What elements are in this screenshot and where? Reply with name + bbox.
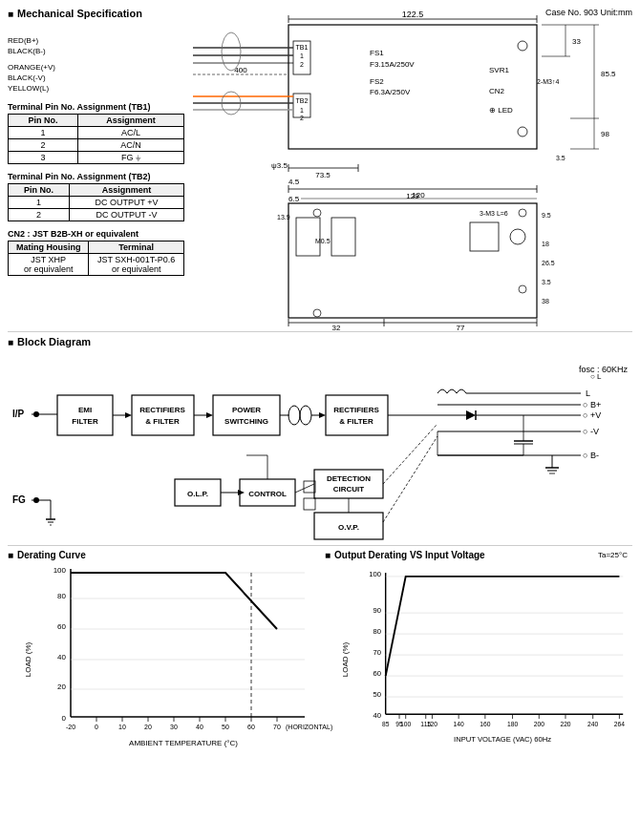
svg-line-154 [383, 424, 437, 484]
svg-text:77: 77 [457, 324, 465, 332]
svg-text:264: 264 [614, 721, 625, 727]
block-diagram-svg: I/P FG EMI FILTER [8, 365, 629, 546]
svg-text:F3.15A/250V: F3.15A/250V [370, 60, 415, 69]
svg-rect-152 [304, 498, 315, 510]
svg-text:200: 200 [534, 721, 544, 727]
mech-left-panel: RED(B+) BLACK(B-) ORANGE(+V) BLACK(-V) Y… [8, 27, 184, 276]
svg-text:DETECTION: DETECTION [327, 474, 371, 483]
svg-text:6.5: 6.5 [288, 195, 300, 203]
svg-text:O.V.P.: O.V.P. [338, 523, 359, 532]
svg-text:M0.5: M0.5 [315, 238, 331, 244]
svg-text:40: 40 [196, 724, 203, 730]
svg-text:1: 1 [300, 52, 304, 59]
svg-text:○ +V: ○ +V [583, 410, 601, 420]
svg-rect-97 [132, 395, 194, 435]
svg-text:1: 1 [300, 107, 304, 114]
svg-text:CIRCUIT: CIRCUIT [333, 485, 365, 494]
svg-text:240: 240 [587, 721, 598, 727]
derating-curve-title: Derating Curve [8, 550, 315, 560]
svg-text:O.L.P.: O.L.P. [187, 490, 208, 498]
svg-text:F6.3A/250V: F6.3A/250V [370, 88, 411, 96]
svg-text:38: 38 [542, 298, 549, 304]
svg-text:220: 220 [560, 721, 570, 727]
svg-text:60: 60 [247, 724, 255, 730]
svg-text:40: 40 [373, 711, 380, 720]
svg-text:30: 30 [170, 724, 178, 730]
svg-text:AMBIENT TEMPERATURE (°C): AMBIENT TEMPERATURE (°C) [129, 739, 238, 747]
output-derating-title: Output Derating VS Input Voltage [325, 550, 632, 560]
wire-label-black2: BLACK(-V) [8, 74, 184, 82]
svg-text:4.5: 4.5 [288, 178, 300, 186]
tb2-row-1: 1 DC OUTPUT +V [9, 197, 184, 209]
svg-text:FG: FG [12, 494, 26, 505]
svg-text:POWER: POWER [232, 406, 261, 414]
svg-text:80: 80 [373, 627, 380, 636]
svg-line-155 [383, 436, 437, 522]
svg-rect-92 [57, 395, 113, 435]
tb1-row-3: 3 FG ⏚ [9, 152, 184, 164]
svg-rect-48 [296, 218, 320, 256]
block-diagram-title: Block Diagram [17, 336, 91, 347]
svg-text:50: 50 [373, 690, 380, 699]
svg-line-153 [295, 484, 314, 493]
tb2-row-2: 2 DC OUTPUT -V [9, 209, 184, 221]
svg-text:32: 32 [332, 324, 341, 332]
tb1-table: Pin No. Assignment 1 AC/L 2 AC/N [8, 114, 184, 164]
svg-text:100: 100 [53, 566, 67, 575]
svg-marker-120 [466, 410, 476, 420]
derating-curve-container: Derating Curve LOAD (%) 0 20 40 60 80 10… [8, 550, 315, 779]
output-derating-container: Output Derating VS Input Voltage Ta=25°C… [325, 550, 632, 779]
svg-text:85: 85 [382, 721, 390, 727]
svg-text:○ B+: ○ B+ [583, 400, 601, 410]
block-diagram-header: Block Diagram [8, 336, 632, 347]
tb2-table: Pin No. Assignment 1 DC OUTPUT +V 2 DC O… [8, 183, 184, 221]
wire-label-black1: BLACK(B-) [8, 47, 184, 55]
svg-point-21 [518, 127, 527, 136]
mech-svg: 122.5 TB1 1 2 TB2 1 2 FS1 F3.15A/250V FS… [193, 8, 632, 332]
svg-text:RECTIFIERS: RECTIFIERS [139, 406, 185, 414]
svg-text:90: 90 [373, 606, 380, 615]
svg-text:120: 120 [412, 191, 425, 200]
svg-text:160: 160 [480, 721, 490, 727]
svg-text:L: L [586, 388, 590, 398]
svg-text:3.5: 3.5 [556, 155, 565, 161]
svg-text:20: 20 [57, 682, 66, 691]
svg-marker-96 [125, 412, 132, 418]
svg-text:10: 10 [118, 724, 126, 730]
tb2-header-pin: Pin No. [9, 184, 70, 197]
svg-point-72 [519, 209, 526, 217]
svg-text:FILTER: FILTER [72, 417, 98, 426]
output-y-label: LOAD (%) [341, 642, 350, 677]
mech-spec-section: Mechanical Specification RED(B+) BLACK(B… [8, 8, 632, 332]
svg-text:○ -V: ○ -V [583, 427, 599, 436]
svg-point-106 [288, 406, 300, 425]
cn2-header-terminal: Terminal [89, 242, 184, 254]
tb2-container: Terminal Pin No. Assignment (TB2) Pin No… [8, 172, 184, 221]
svg-text:9.5: 9.5 [542, 212, 551, 219]
svg-marker-101 [206, 412, 213, 418]
svg-text:SVR1: SVR1 [489, 66, 509, 74]
svg-text:○ B-: ○ B- [583, 451, 599, 460]
svg-text:33: 33 [572, 37, 581, 46]
svg-point-107 [300, 406, 311, 425]
wire-label-yellow: YELLOW(L) [8, 84, 184, 93]
svg-text:70: 70 [273, 724, 281, 730]
svg-text:0: 0 [62, 714, 67, 723]
svg-point-51 [510, 229, 525, 244]
svg-text:140: 140 [454, 721, 464, 727]
svg-text:26.5: 26.5 [542, 260, 555, 266]
svg-point-84 [33, 411, 39, 417]
svg-text:& FILTER: & FILTER [339, 417, 373, 426]
block-diagram-content: fosc : 60KHz I/P FG EMI FILTER [8, 365, 632, 556]
svg-text:100: 100 [400, 721, 411, 727]
svg-text:SWITCHING: SWITCHING [224, 417, 268, 426]
svg-rect-50 [470, 222, 499, 251]
tb1-row-2: 2 AC/N [9, 139, 184, 152]
svg-point-73 [519, 285, 526, 293]
mech-spec-title: Mechanical Specification [17, 8, 142, 19]
svg-point-20 [518, 41, 527, 51]
derating-chart-svg: 0 20 40 60 80 100 -20 0 [41, 564, 310, 750]
cn2-title: CN2 : JST B2B-XH or equivalent [8, 229, 184, 239]
svg-text:INPUT VOLTAGE (VAC) 60Hz: INPUT VOLTAGE (VAC) 60Hz [454, 735, 551, 744]
fosc-label: fosc : 60KHz [579, 365, 628, 374]
